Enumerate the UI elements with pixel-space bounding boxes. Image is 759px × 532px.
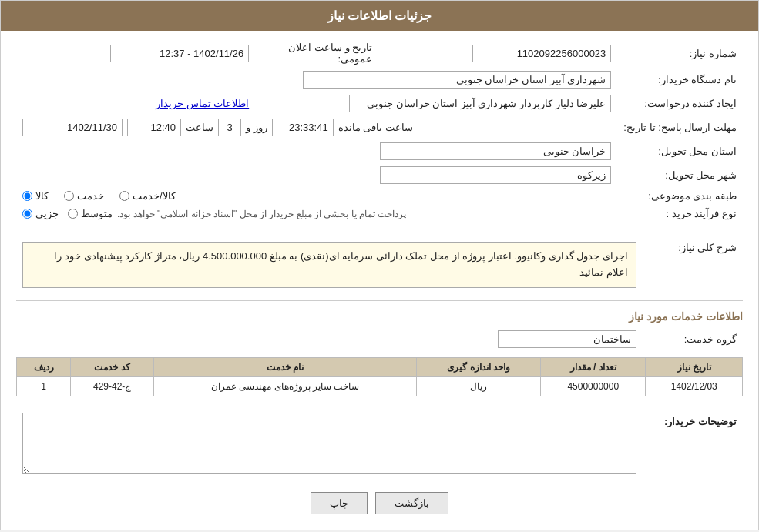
cell-unit: ریال [417,376,541,396]
creator-label: ایجاد کننده درخواست: [617,92,743,115]
buyer-org-value: شهرداری آبیز استان خراسان جنوبی [303,71,611,89]
col-unit-header: واحد اندازه گیری [417,357,541,376]
back-button[interactable]: بازگشت [375,492,448,514]
remaining-time-value: 23:33:41 [272,119,334,136]
response-time-value: 12:40 [127,119,181,136]
col-code-header: کد خدمت [71,357,154,376]
category-kala-option[interactable]: کالا [22,190,49,202]
response-date-value: 1402/11/30 [22,119,123,136]
buyer-notes-input[interactable] [22,413,636,474]
col-qty-header: تعداد / مقدار [541,357,646,376]
announce-datetime-value: 1402/11/26 - 12:37 [110,45,249,62]
description-label: شرح کلی نیاز: [643,236,743,294]
category-kala-label: کالا [35,190,49,202]
col-date-header: تاریخ نیاز [646,357,743,376]
purchase-type-jozei-radio[interactable] [22,209,32,219]
need-number-label: شماره نیاز: [617,38,743,68]
purchase-type-motavasset-label: متوسط [81,208,113,219]
response-days-label: روز و [246,122,267,133]
cell-row: 1 [17,376,71,396]
buyer-notes-label: توضیحات خریدار: [643,410,743,480]
cell-code: ج-42-429 [71,376,154,396]
category-kala-radio[interactable] [22,191,32,201]
announce-datetime-label: تاریخ و ساعت اعلان عمومی: [255,38,378,68]
table-row: 1402/12/03 4500000000 ریال ساخت سایر پرو… [17,376,743,396]
category-kala-khadamat-label: کالا/خدمت [133,190,176,202]
delivery-province-value: خراسان جنوبی [380,142,611,160]
divider-3 [16,403,743,403]
contact-link[interactable]: اطلاعات تماس خریدار [156,98,249,109]
purchase-type-motavasset-option[interactable]: متوسط [68,208,113,219]
service-group-value: ساختمان [498,330,636,348]
services-title: اطلاعات خدمات مورد نیاز [16,310,743,323]
response-deadline-label: مهلت ارسال پاسخ: تا تاریخ: [617,115,743,139]
buyer-org-label: نام دستگاه خریدار: [617,68,743,92]
purchase-type-jozei-label: جزیی [35,208,59,219]
purchase-type-jozei-option[interactable]: جزیی [22,208,59,219]
cell-qty: 4500000000 [541,376,646,396]
delivery-city-value: زیرکوه [380,166,611,184]
cell-date: 1402/12/03 [646,376,743,396]
bottom-buttons: بازگشت چاپ [16,492,743,514]
response-time-label: ساعت [186,122,213,133]
services-table: تاریخ نیاز تعداد / مقدار واحد اندازه گیر… [16,357,743,396]
cell-name: ساخت سایر پروژه‌های مهندسی عمران [154,376,417,396]
page-title: جزئیات اطلاعات نیاز [1,1,758,31]
purchase-type-label: نوع فرآیند خرید : [617,205,743,223]
category-khadamat-option[interactable]: خدمت [64,190,104,202]
category-khadamat-label: خدمت [77,190,104,202]
remaining-time-label: ساعت باقی مانده [338,122,413,133]
category-kala-khadamat-option[interactable]: کالا/خدمت [119,190,176,202]
purchase-type-notice: پرداخت تمام یا بخشی از مبلغ خریدار از مح… [117,209,406,219]
col-name-header: نام خدمت [154,357,417,376]
creator-value: علیرضا دلیاز کاربردار شهرداری آبیز استان… [349,95,611,112]
delivery-city-label: شهر محل تحویل: [617,163,743,187]
divider-2 [16,300,743,301]
description-text: اجرای جدول گذاری وکانیوو. اعتبار پروژه ا… [22,242,636,288]
need-number-value: 1102092256000023 [472,45,611,62]
purchase-type-motavasset-radio[interactable] [68,209,78,219]
category-kala-khadamat-radio[interactable] [119,191,129,201]
print-button[interactable]: چاپ [311,492,368,514]
divider-1 [16,229,743,229]
delivery-province-label: استان محل تحویل: [617,139,743,163]
response-days-value: 3 [218,119,241,136]
category-khadamat-radio[interactable] [64,191,74,201]
col-row-header: ردیف [17,357,71,376]
service-group-label: گروه خدمت: [643,327,743,351]
category-label: طبقه بندی موضوعی: [617,187,743,205]
